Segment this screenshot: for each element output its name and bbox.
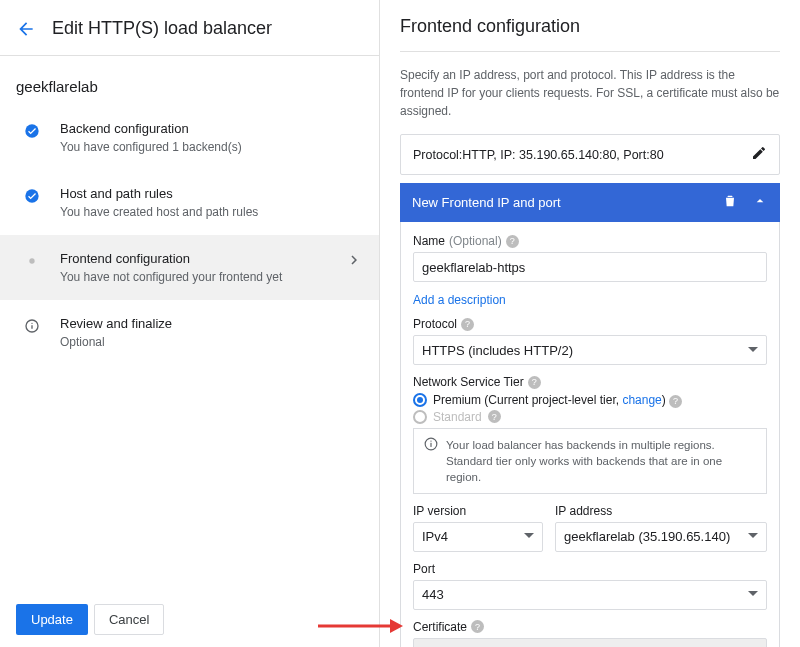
existing-frontend-entry[interactable]: Protocol:HTTP, IP: 35.190.65.140:80, Por… <box>400 134 780 175</box>
chevron-up-icon[interactable] <box>752 193 768 212</box>
optional-label: (Optional) <box>449 234 502 248</box>
info-icon <box>424 437 438 485</box>
back-arrow-icon[interactable] <box>16 19 36 39</box>
step-subtitle: Optional <box>60 335 363 349</box>
ip-version-value: IPv4 <box>422 529 448 544</box>
tier-premium-radio[interactable]: Premium (Current project-level tier, cha… <box>413 393 767 408</box>
step-title: Review and finalize <box>60 316 363 331</box>
update-button[interactable]: Update <box>16 604 88 635</box>
protocol-select[interactable]: HTTPS (includes HTTP/2) <box>413 335 767 365</box>
svg-point-8 <box>430 440 431 441</box>
ip-address-select[interactable]: geekflarelab (35.190.65.140) <box>555 522 767 552</box>
protocol-value: HTTPS (includes HTTP/2) <box>422 343 573 358</box>
svg-point-2 <box>29 258 34 263</box>
port-value: 443 <box>422 587 444 602</box>
panel-title: New Frontend IP and port <box>412 195 561 210</box>
tier-standard-radio: Standard ? <box>413 410 767 424</box>
ip-address-value: geekflarelab (35.190.65.140) <box>564 529 730 544</box>
check-circle-icon <box>22 123 42 139</box>
name-input[interactable] <box>413 252 767 282</box>
page-title: Edit HTTP(S) load balancer <box>52 18 272 39</box>
help-icon[interactable]: ? <box>461 318 474 331</box>
name-label: Name <box>413 234 445 248</box>
tier-info-text: Your load balancer has backends in multi… <box>446 437 756 485</box>
help-icon[interactable]: ? <box>506 235 519 248</box>
step-frontend[interactable]: Frontend configuration You have not conf… <box>0 235 379 300</box>
frontend-config-title: Frontend configuration <box>400 16 780 52</box>
help-icon[interactable]: ? <box>669 395 682 408</box>
step-title: Host and path rules <box>60 186 363 201</box>
certificate-select[interactable]: Select a certificate <box>413 638 767 647</box>
tier-label: Network Service Tier <box>413 375 524 389</box>
edit-icon[interactable] <box>751 145 767 164</box>
step-review[interactable]: Review and finalize Optional <box>0 300 379 365</box>
certificate-label: Certificate <box>413 620 467 634</box>
port-select[interactable]: 443 <box>413 580 767 610</box>
bullet-icon <box>22 253 42 269</box>
caret-down-icon <box>748 529 758 544</box>
step-subtitle: You have created host and path rules <box>60 205 363 219</box>
new-frontend-panel-header: New Frontend IP and port <box>400 183 780 222</box>
tier-info-box: Your load balancer has backends in multi… <box>413 428 767 494</box>
load-balancer-name: geekflarelab <box>0 56 379 105</box>
radio-selected-icon <box>413 393 427 407</box>
check-circle-icon <box>22 188 42 204</box>
delete-icon[interactable] <box>722 193 738 212</box>
ip-address-label: IP address <box>555 504 612 518</box>
add-description-link[interactable]: Add a description <box>413 293 506 307</box>
frontend-config-description: Specify an IP address, port and protocol… <box>400 66 780 120</box>
protocol-label: Protocol <box>413 317 457 331</box>
caret-down-icon <box>524 529 534 544</box>
help-icon[interactable]: ? <box>471 620 484 633</box>
ip-version-label: IP version <box>413 504 466 518</box>
step-host-rules[interactable]: Host and path rules You have created hos… <box>0 170 379 235</box>
caret-down-icon <box>748 343 758 358</box>
step-subtitle: You have not configured your frontend ye… <box>60 270 345 284</box>
help-icon[interactable]: ? <box>488 410 501 423</box>
step-title: Frontend configuration <box>60 251 345 266</box>
port-label: Port <box>413 562 435 576</box>
caret-down-icon <box>748 587 758 602</box>
svg-point-1 <box>25 189 38 202</box>
step-title: Backend configuration <box>60 121 363 136</box>
radio-unselected-icon <box>413 410 427 424</box>
step-subtitle: You have configured 1 backend(s) <box>60 140 363 154</box>
ip-version-select[interactable]: IPv4 <box>413 522 543 552</box>
svg-point-0 <box>25 124 38 137</box>
cancel-button[interactable]: Cancel <box>94 604 164 635</box>
chevron-right-icon <box>345 251 363 269</box>
svg-point-5 <box>31 323 32 324</box>
change-tier-link[interactable]: change <box>622 393 661 407</box>
steps-list: Backend configuration You have configure… <box>0 105 379 592</box>
svg-rect-7 <box>430 442 431 446</box>
help-icon[interactable]: ? <box>528 376 541 389</box>
step-backend[interactable]: Backend configuration You have configure… <box>0 105 379 170</box>
info-icon <box>22 318 42 334</box>
existing-entry-text: Protocol:HTTP, IP: 35.190.65.140:80, Por… <box>413 148 664 162</box>
